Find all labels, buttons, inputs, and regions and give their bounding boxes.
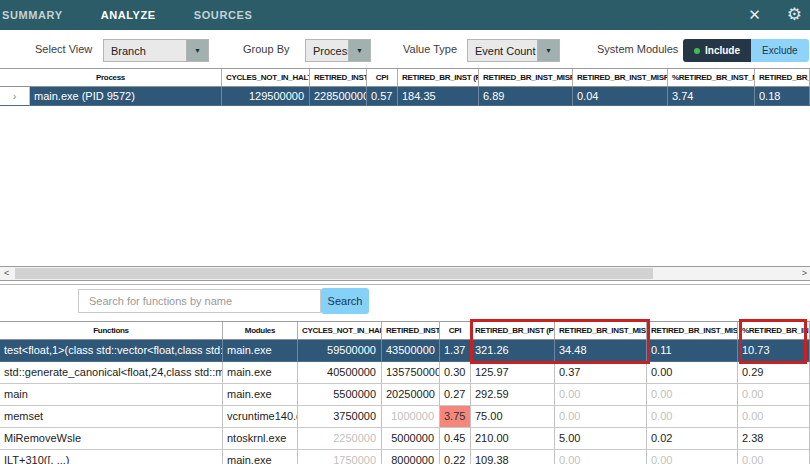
table-cell: ILT+310([, ...) [0,450,223,464]
tab-analyze[interactable]: ANALYZE [101,9,156,21]
chevron-down-icon: ▼ [186,40,208,61]
table-row[interactable]: test<float,1>(class std::vector<float,cl… [0,340,810,362]
table-cell: 1750000 [298,450,382,464]
system-modules-toggle: Include Exclude [683,39,809,62]
table-cell: 129500000 [222,87,310,106]
column-header[interactable]: RETIRED_BR_IN [755,68,810,87]
table-cell: 20250000 [382,384,440,406]
table-cell: main.exe [223,384,298,406]
table-cell: main.exe [223,362,298,384]
tab-summary[interactable]: SUMMARY [2,9,63,21]
include-label: Include [705,45,740,56]
table-cell: 0.30 [440,362,471,384]
table-cell: 0.57 [367,87,398,106]
table-cell: 3.75 [440,406,471,428]
table-cell: 0.00 [738,384,810,406]
column-header[interactable]: RETIRED_BR_INST_MISP_RATI [573,68,668,87]
column-header[interactable]: CPI [440,321,471,340]
table-cell: 0.00 [647,406,738,428]
table-cell: 0.11 [647,340,738,362]
scrollbar-thumb[interactable] [15,268,653,279]
select-view-value: Branch [104,40,186,61]
table-cell: 6.89 [479,87,573,106]
table-header-row: FunctionsModulesCYCLES_NOT_IN_HALT ▼RETI… [0,321,810,340]
column-header[interactable]: CYCLES_NOT_IN_HALT ▼ [222,68,310,87]
table-cell: 59500000 [298,340,382,362]
group-by-label: Group By [243,43,289,55]
group-by-value: Process [306,40,348,61]
table-cell: 0.18 [755,87,810,106]
table-cell: 0.04 [573,87,668,106]
close-icon[interactable]: ✕ [748,0,761,30]
column-header[interactable]: RETIRED_INST [310,68,367,87]
column-header[interactable]: RETIRED_BR_INST_MISP (PT [479,68,573,87]
functions-table: FunctionsModulesCYCLES_NOT_IN_HALT ▼RETI… [0,321,810,464]
column-header[interactable]: CYCLES_NOT_IN_HALT ▼ [298,321,382,340]
table-cell: 228500000 [310,87,367,106]
table-cell: main [0,384,223,406]
table-cell: MiRemoveWsle [0,428,223,450]
exclude-toggle-button[interactable]: Exclude [751,39,809,62]
table-row[interactable]: memsetvcruntime140.d375000010000003.7575… [0,406,810,428]
table-cell: 2250000 [298,428,382,450]
table-cell: 0.22 [440,450,471,464]
table-cell: 0.00 [555,406,647,428]
group-by-dropdown[interactable]: Process ▼ [305,39,371,62]
scroll-left-icon[interactable]: < [4,267,9,280]
row-expander-icon[interactable]: › [0,87,30,106]
gear-icon[interactable]: ⚙ [787,0,802,30]
column-header[interactable]: Functions [0,321,223,340]
column-header[interactable]: RETIRED_BR_INST_MISP (PT [555,321,647,340]
column-header[interactable]: Modules [223,321,298,340]
table-row[interactable]: ›main.exe (PID 9572)1295000002285000000.… [0,87,810,106]
table-cell: 0.00 [647,362,738,384]
table-cell: 0.00 [555,384,647,406]
table-cell: 184.35 [398,87,479,106]
table-cell: 2.38 [738,428,810,450]
value-type-label: Value Type [403,43,457,55]
table-cell: std::generate_canonical<float,24,class s… [0,362,223,384]
table-cell: 109.38 [471,450,555,464]
table-cell: 0.00 [738,406,810,428]
scroll-right-icon[interactable]: > [802,267,807,280]
table-cell: 0.45 [440,428,471,450]
table-cell: 5.00 [555,428,647,450]
table-row[interactable]: mainmain.exe5500000202500000.27292.590.0… [0,384,810,406]
include-toggle-button[interactable]: Include [683,39,751,62]
column-header[interactable]: RETIRED_BR_INST_MISP_RAT [647,321,738,340]
table-cell: 210.00 [471,428,555,450]
system-modules-label: System Modules [597,43,678,55]
table-cell: 8000000 [382,450,440,464]
table-cell: vcruntime140.d [223,406,298,428]
table-cell: 34.48 [555,340,647,362]
table-cell: 0.27 [440,384,471,406]
column-header[interactable]: RETIRED_BR_INST (PTI [471,321,555,340]
column-header[interactable]: %RETIRED_BR_IN [738,321,810,340]
column-header[interactable]: CPI [367,68,398,87]
table-row[interactable]: std::generate_canonical<float,24,class s… [0,362,810,384]
section-divider [0,284,810,285]
search-input[interactable] [78,289,321,313]
exclude-label: Exclude [762,45,798,56]
value-type-dropdown[interactable]: Event Count ▼ [467,39,560,62]
chevron-down-icon: ▼ [348,40,370,61]
horizontal-scrollbar[interactable]: < > [0,266,810,281]
column-header[interactable]: RETIRED_INST [382,321,440,340]
table-cell: test<float,1>(class std::vector<float,cl… [0,340,223,362]
table-cell: 3750000 [298,406,382,428]
table-cell: main.exe [223,340,298,362]
table-cell: main.exe (PID 9572) [30,87,222,106]
table-row[interactable]: MiRemoveWslentoskrnl.exe225000050000000.… [0,428,810,450]
table-cell: 0.29 [738,362,810,384]
table-row[interactable]: ILT+310([, ...)main.exe175000080000000.2… [0,450,810,464]
tab-sources[interactable]: SOURCES [194,9,253,21]
column-header[interactable]: RETIRED_BR_INST (PTI [398,68,479,87]
search-button[interactable]: Search [321,288,369,314]
table-cell: 0.02 [647,428,738,450]
select-view-dropdown[interactable]: Branch ▼ [103,39,209,62]
table-cell: 0.00 [738,450,810,464]
table-cell: 292.59 [471,384,555,406]
column-header[interactable]: Process [0,68,222,87]
column-header[interactable]: %RETIRED_BR_INST_MIS [668,68,755,87]
process-table: ProcessCYCLES_NOT_IN_HALT ▼RETIRED_INSTC… [0,68,810,106]
